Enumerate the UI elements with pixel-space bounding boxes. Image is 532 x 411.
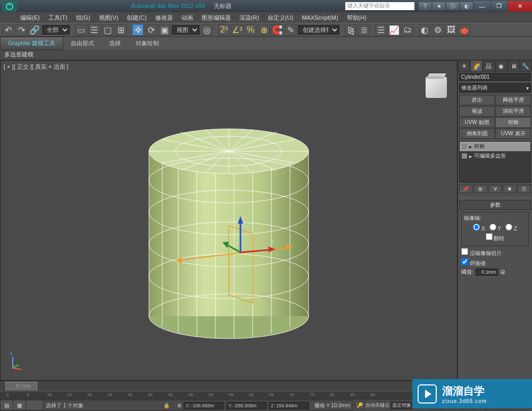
align-button[interactable]: ≣ (358, 24, 370, 36)
move-button[interactable]: ✥ (132, 24, 144, 36)
rotate-button[interactable]: ⟳ (145, 24, 157, 36)
btn-noise[interactable]: 噪波 (459, 106, 495, 117)
named-sel-select[interactable]: 创建选择集 (298, 25, 339, 35)
stack-item-editpoly[interactable]: ▸可编辑多边形 (460, 151, 530, 161)
menu-view[interactable]: 视图(V) (95, 14, 123, 22)
mirror-button[interactable]: ⧎ (345, 24, 356, 36)
btn-meshsmooth[interactable]: 网格平滑 (495, 95, 531, 105)
script-mini-button[interactable]: ▤ (1, 400, 13, 410)
make-unique-button[interactable]: ∀ (488, 185, 502, 193)
tab-freeform[interactable]: 自由形式 (63, 37, 102, 50)
menu-render[interactable]: 渲染(R) (235, 14, 263, 22)
edit-named-sel[interactable]: ✎ (285, 24, 296, 36)
maximize-button[interactable]: ❐ (491, 1, 507, 12)
select-button[interactable]: ▭ (75, 24, 87, 36)
visibility-icon[interactable] (462, 153, 467, 159)
object-name-input[interactable] (459, 73, 531, 81)
create-tab-icon[interactable]: ✳ (458, 60, 470, 72)
menu-group[interactable]: 组(G) (72, 14, 95, 22)
utilities-tab-icon[interactable]: 🔧 (520, 60, 532, 72)
render-setup-button[interactable]: ⚙ (432, 24, 444, 36)
axis-x-radio[interactable]: X (473, 224, 485, 232)
rollup-params-title[interactable]: 参数 (459, 200, 531, 210)
auto-key-button[interactable]: 自动关键点 (365, 402, 389, 409)
menu-customize[interactable]: 自定义(U) (263, 14, 297, 22)
help-icon[interactable]: ? (419, 2, 431, 10)
display-tab-icon[interactable]: 🖥 (508, 60, 520, 72)
schematic-button[interactable]: 🗂 (402, 24, 413, 36)
tab-paint[interactable]: 对象绘制 (128, 37, 167, 50)
menu-help[interactable]: 帮助(H) (343, 14, 371, 22)
layer-button[interactable]: ☰ (375, 24, 387, 36)
ribbon-panel-label[interactable]: 多边形建模 (0, 50, 532, 60)
viewport-label[interactable]: [ + ][ 正交 ][ 真实 + 边面 ] (4, 63, 69, 71)
axis-z-radio[interactable]: Z (505, 224, 517, 232)
close-button[interactable]: ✕ (508, 1, 532, 12)
menu-edit[interactable]: 编辑(E) (16, 14, 44, 22)
search-input[interactable]: 键入关键字或短语 (345, 2, 414, 10)
menu-create[interactable]: 创建(C) (122, 14, 151, 22)
configure-sets-button[interactable]: ☰ (518, 185, 531, 193)
menu-maxscript[interactable]: MAXScript(M) (297, 14, 342, 21)
btn-extrude[interactable]: 挤出 (459, 95, 495, 105)
coord-z[interactable]: Z:154.946m (269, 402, 309, 409)
listener-button[interactable]: ▦ (13, 400, 26, 410)
spinner-icon[interactable]: ⦿ (500, 269, 505, 275)
key-button[interactable]: 🔑 (355, 401, 364, 409)
center-pivot-button[interactable]: ◎ (201, 24, 213, 36)
magnet-button[interactable]: 🧲 (271, 24, 283, 36)
stack-item-symmetry[interactable]: ▸对称 (460, 142, 530, 151)
render-button[interactable]: 🫖 (459, 24, 470, 36)
pin-stack-button[interactable]: 📌 (459, 185, 472, 193)
show-end-result-button[interactable]: ⊞ (473, 185, 487, 193)
tab-select[interactable]: 选择 (102, 37, 128, 50)
selset-label[interactable]: 选定对象 (390, 401, 413, 409)
remove-modifier-button[interactable]: ✖ (503, 185, 516, 193)
spinner-snap-toggle[interactable]: ⊕ (258, 24, 270, 36)
weld-checkbox[interactable]: 焊接缝 (461, 258, 486, 267)
btn-bevelprofile[interactable]: 倒角剖面 (459, 128, 495, 139)
modify-tab-icon[interactable]: 🌈 (470, 60, 483, 72)
render-frame-button[interactable]: 🖼 (445, 24, 457, 36)
btn-symmetry[interactable]: 对称 (495, 117, 531, 128)
axis-y-radio[interactable]: Y (489, 224, 501, 232)
angle-snap-toggle[interactable]: ∠³ (231, 24, 243, 36)
rect-select-button[interactable]: ▢ (102, 24, 113, 36)
hierarchy-tab-icon[interactable]: 品 (483, 60, 495, 72)
modifier-stack[interactable]: ▸对称 ▸可编辑多边形 (459, 141, 531, 183)
favorite-icon[interactable]: ★ (433, 2, 445, 10)
scale-button[interactable]: ▣ (159, 24, 170, 36)
redo-button[interactable]: ↷ (15, 24, 27, 36)
viewcube[interactable] (423, 77, 450, 103)
app-logo[interactable] (2, 1, 17, 12)
btn-turbosmooth[interactable]: 涡轮平滑 (495, 106, 531, 117)
tab-graphite[interactable]: Graphite 建模工具 (0, 37, 63, 50)
scope-select[interactable]: 全部 (42, 25, 70, 35)
menu-modifiers[interactable]: 修改器 (151, 14, 177, 22)
material-editor-button[interactable]: ◐ (419, 24, 430, 36)
slice-checkbox[interactable]: 沿镜像轴切片 (461, 248, 502, 257)
btn-uvwmap[interactable]: UVW 贴图 (459, 117, 495, 128)
coord-x[interactable]: X:-106.655m (184, 402, 224, 409)
coord-y[interactable]: Y:-258.208m (226, 402, 267, 409)
info-icon[interactable]: ⓘ (446, 2, 459, 10)
bullet-icon[interactable]: ◐ (460, 2, 473, 10)
menu-tools[interactable]: 工具(T) (44, 14, 72, 22)
lock-icon[interactable]: 🔒 (163, 402, 170, 408)
minimize-button[interactable]: — (474, 1, 490, 12)
menu-graph[interactable]: 图形编辑器 (197, 14, 235, 22)
viewport[interactable]: [ + ][ 正交 ][ 真实 + 边面 ] (0, 60, 458, 381)
visibility-icon[interactable] (462, 144, 467, 149)
btn-uvwunwrap[interactable]: UVW 展开 (495, 128, 531, 139)
threshold-input[interactable] (476, 268, 498, 276)
motion-tab-icon[interactable]: ◉ (495, 60, 508, 72)
viewport-geometry[interactable]: z y x (122, 93, 335, 348)
percent-snap-toggle[interactable]: % (245, 24, 256, 36)
curve-editor-button[interactable]: 📈 (388, 24, 400, 36)
snap-toggle[interactable]: 2³ (218, 24, 230, 36)
view-select[interactable]: 视图 (172, 25, 200, 35)
select-name-button[interactable]: ☰ (88, 24, 100, 36)
link-button[interactable]: 🔗 (29, 24, 40, 36)
flip-checkbox[interactable]: 翻转 (486, 233, 505, 242)
modifier-list-dropdown[interactable]: 修改器列表▾ (459, 83, 531, 93)
